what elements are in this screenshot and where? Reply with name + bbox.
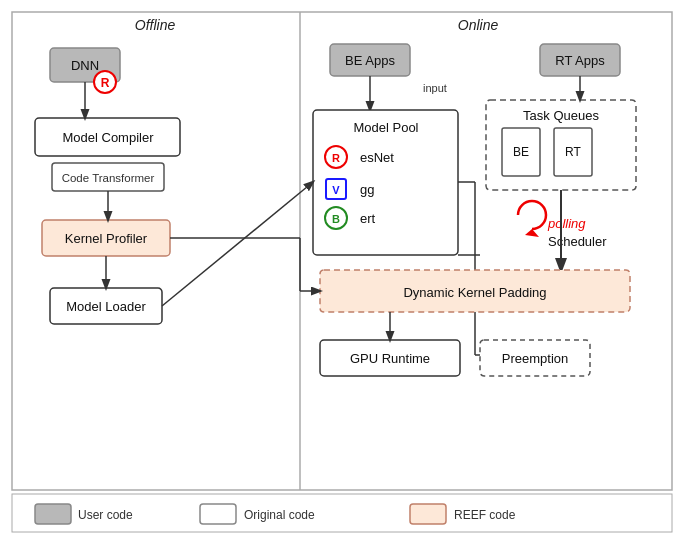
svg-rect-23 bbox=[502, 128, 540, 176]
svg-text:B: B bbox=[332, 213, 340, 225]
svg-rect-5 bbox=[35, 118, 180, 156]
svg-text:V: V bbox=[332, 184, 340, 196]
dynamic-kernel-label: Dynamic Kernel Padding bbox=[403, 285, 546, 300]
svg-rect-13 bbox=[540, 44, 620, 76]
svg-rect-40 bbox=[12, 494, 672, 532]
kernel-profiler-label: Kernel Profiler bbox=[65, 231, 148, 246]
svg-rect-6 bbox=[52, 163, 164, 191]
legend-reef-code: REEF code bbox=[454, 508, 516, 522]
svg-rect-24 bbox=[554, 128, 592, 176]
resnet-label: esNet bbox=[360, 150, 394, 165]
vgg-label: gg bbox=[360, 182, 374, 197]
online-label: Online bbox=[458, 17, 499, 33]
svg-rect-2 bbox=[50, 48, 120, 82]
svg-rect-22 bbox=[486, 100, 636, 190]
polling-label: polling bbox=[547, 216, 586, 231]
svg-rect-8 bbox=[42, 220, 170, 256]
svg-rect-10 bbox=[50, 288, 162, 324]
svg-rect-12 bbox=[330, 44, 410, 76]
svg-text:R: R bbox=[332, 152, 340, 164]
svg-line-36 bbox=[162, 182, 313, 306]
rt-apps-label: RT Apps bbox=[555, 53, 605, 68]
svg-point-3 bbox=[94, 71, 116, 93]
svg-rect-43 bbox=[410, 504, 446, 524]
scheduler-label: Scheduler bbox=[548, 234, 607, 249]
svg-marker-26 bbox=[525, 229, 539, 237]
legend-user-code: User code bbox=[78, 508, 133, 522]
diagram-container: Offline Online DNN R Model Compiler Code… bbox=[0, 0, 694, 539]
svg-rect-34 bbox=[480, 340, 590, 376]
svg-rect-42 bbox=[200, 504, 236, 524]
be-queue-label: BE bbox=[513, 145, 529, 159]
diagram-svg: Offline Online DNN R Model Compiler Code… bbox=[0, 0, 694, 539]
gpu-runtime-label: GPU Runtime bbox=[350, 351, 430, 366]
bert-label: ert bbox=[360, 211, 376, 226]
dnn-label: DNN bbox=[71, 58, 99, 73]
code-transformer-label: Code Transformer bbox=[62, 172, 155, 184]
legend-original-code: Original code bbox=[244, 508, 315, 522]
preemption-label: Preemption bbox=[502, 351, 568, 366]
svg-rect-33 bbox=[320, 340, 460, 376]
svg-point-16 bbox=[325, 146, 347, 168]
task-queues-label: Task Queues bbox=[523, 108, 599, 123]
rt-queue-label: RT bbox=[565, 145, 581, 159]
model-compiler-label: Model Compiler bbox=[62, 130, 154, 145]
svg-rect-18 bbox=[326, 179, 346, 199]
input-label: input bbox=[423, 82, 447, 94]
offline-label: Offline bbox=[135, 17, 176, 33]
svg-point-20 bbox=[325, 207, 347, 229]
be-apps-label: BE Apps bbox=[345, 53, 395, 68]
svg-rect-32 bbox=[320, 270, 630, 312]
model-loader-label: Model Loader bbox=[66, 299, 146, 314]
svg-text:R: R bbox=[101, 76, 110, 90]
svg-rect-15 bbox=[313, 110, 458, 255]
svg-rect-0 bbox=[12, 12, 672, 490]
svg-rect-41 bbox=[35, 504, 71, 524]
model-pool-label: Model Pool bbox=[353, 120, 418, 135]
